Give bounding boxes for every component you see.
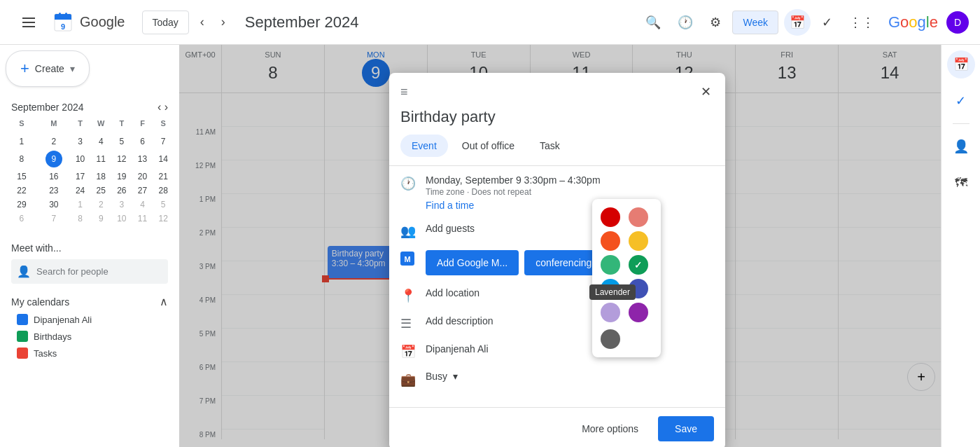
mini-cal-next[interactable]: › bbox=[164, 101, 168, 114]
mini-cal-day[interactable]: 30 bbox=[38, 198, 70, 212]
add-location-content[interactable]: Add location bbox=[426, 287, 714, 299]
calendar-item-dipanjenah[interactable]: Dipanjenah Ali bbox=[11, 311, 168, 328]
mini-cal-day[interactable]: 28 bbox=[153, 184, 174, 198]
mini-cal-day[interactable]: 3 bbox=[70, 135, 91, 149]
apps-button[interactable]: ⋮⋮ bbox=[844, 9, 880, 36]
right-sidebar-people-icon[interactable]: 👤 bbox=[947, 132, 975, 160]
mini-cal-day[interactable]: 21 bbox=[153, 170, 174, 184]
color-banana[interactable] bbox=[629, 231, 648, 251]
mini-cal-day[interactable]: 2 bbox=[90, 198, 111, 212]
mini-cal-day[interactable]: 8 bbox=[70, 212, 91, 226]
add-google-meet-button[interactable]: Add Google M... bbox=[426, 250, 519, 275]
create-button[interactable]: + Create ▾ bbox=[6, 50, 90, 87]
view-selector[interactable]: Week bbox=[732, 11, 778, 34]
mini-cal-day[interactable]: 25 bbox=[90, 184, 111, 198]
my-calendars-toggle[interactable]: ∧ bbox=[160, 295, 168, 308]
mini-cal-day[interactable]: 22 bbox=[6, 184, 38, 198]
color-graphite[interactable] bbox=[601, 329, 620, 349]
mini-cal-day[interactable]: 15 bbox=[6, 170, 38, 184]
tab-out-of-office[interactable]: Out of office bbox=[451, 135, 526, 157]
mini-cal-day[interactable]: 2 bbox=[38, 135, 70, 149]
mini-cal-day[interactable]: 10 bbox=[70, 149, 91, 170]
right-sidebar-task-icon[interactable]: ✓ bbox=[947, 87, 975, 115]
modal-date-text: Monday, September 9 3:30pm – 4:30pm bbox=[426, 174, 714, 186]
clock-button[interactable]: 🕐 bbox=[672, 9, 699, 36]
color-basil-container: ✓ bbox=[629, 255, 652, 275]
mini-cal-day[interactable]: 16 bbox=[38, 170, 70, 184]
meet-buttons: Add Google M... conferencing bbox=[426, 250, 603, 275]
save-button[interactable]: Save bbox=[658, 416, 714, 441]
color-tomato[interactable] bbox=[601, 207, 620, 227]
mini-cal-day[interactable]: 3 bbox=[111, 198, 132, 212]
mini-cal-day[interactable]: 11 bbox=[132, 212, 153, 226]
mini-cal-day[interactable]: 19 bbox=[111, 170, 132, 184]
mini-cal-day[interactable]: 12 bbox=[111, 149, 132, 170]
more-options-button[interactable]: More options bbox=[570, 418, 650, 440]
color-sage[interactable] bbox=[601, 255, 620, 275]
mini-cal-day[interactable]: 7 bbox=[38, 212, 70, 226]
my-calendars-title[interactable]: My calendars bbox=[11, 296, 69, 308]
calendar-item-tasks[interactable]: Tasks bbox=[11, 345, 168, 362]
hamburger-button[interactable] bbox=[11, 6, 46, 39]
mini-cal-day[interactable]: 10 bbox=[111, 212, 132, 226]
search-people[interactable]: 👤 Search for people bbox=[11, 259, 168, 284]
color-tangerine[interactable] bbox=[601, 231, 620, 251]
mini-cal-day[interactable]: 18 bbox=[90, 170, 111, 184]
mini-cal-prev[interactable]: ‹ bbox=[158, 101, 161, 114]
calendar-checkbox-dipanjenah[interactable] bbox=[17, 314, 28, 325]
mini-cal-day[interactable]: 20 bbox=[132, 170, 153, 184]
prev-button[interactable]: ‹ bbox=[195, 9, 210, 35]
tab-task[interactable]: Task bbox=[528, 135, 571, 157]
mini-cal-day[interactable]: 9 bbox=[90, 212, 111, 226]
calendar-checkbox-tasks[interactable] bbox=[17, 348, 28, 359]
mini-cal-day[interactable]: 1 bbox=[6, 135, 38, 149]
mini-cal-day[interactable]: 5 bbox=[153, 198, 174, 212]
weekday-header-t2: T bbox=[111, 116, 132, 130]
mini-cal-day[interactable]: 12 bbox=[153, 212, 174, 226]
calendar-checkbox-birthdays[interactable] bbox=[17, 331, 28, 342]
mini-cal-day[interactable]: 1 bbox=[70, 198, 91, 212]
color-grape[interactable] bbox=[629, 303, 648, 322]
mini-cal-day[interactable]: 11 bbox=[90, 149, 111, 170]
right-sidebar-maps-icon[interactable]: 🗺 bbox=[947, 169, 975, 197]
mini-cal-day[interactable]: 4 bbox=[90, 135, 111, 149]
mini-cal-day[interactable]: 4 bbox=[132, 198, 153, 212]
mini-cal-day[interactable]: 8 bbox=[6, 149, 38, 170]
search-button[interactable]: 🔍 bbox=[640, 9, 666, 36]
cloud-button[interactable]: ⚙ bbox=[704, 9, 727, 36]
mini-cal-day[interactable]: 29 bbox=[6, 198, 38, 212]
color-lavender[interactable] bbox=[601, 303, 620, 322]
add-desc-content[interactable]: Add description bbox=[426, 315, 714, 327]
calendar-item-birthdays[interactable]: Birthdays bbox=[11, 328, 168, 345]
mini-cal-day[interactable]: 6 bbox=[132, 135, 153, 149]
mini-cal-day[interactable]: 26 bbox=[111, 184, 132, 198]
grid-view-button[interactable]: 📅 bbox=[784, 9, 811, 36]
right-sidebar-calendar-icon[interactable]: 📅 bbox=[947, 50, 975, 78]
mini-cal-day[interactable]: 23 bbox=[38, 184, 70, 198]
mini-cal-today-circle: 9 bbox=[46, 151, 62, 167]
mini-cal-day[interactable]: 6 bbox=[6, 212, 38, 226]
next-button[interactable]: › bbox=[216, 9, 231, 35]
busy-dropdown[interactable]: ▾ bbox=[453, 371, 458, 382]
color-flamingo[interactable] bbox=[629, 207, 648, 227]
modal-close-button[interactable]: ✕ bbox=[698, 81, 714, 102]
mini-cal-day[interactable]: 13 bbox=[132, 149, 153, 170]
find-time-link[interactable]: Find a time bbox=[426, 200, 714, 211]
mini-cal-day[interactable]: 17 bbox=[70, 170, 91, 184]
mini-cal-today[interactable]: 9 bbox=[38, 149, 70, 170]
mini-cal-day[interactable]: 24 bbox=[70, 184, 91, 198]
add-guests-content[interactable]: Add guests bbox=[426, 222, 714, 235]
task-view-button[interactable]: ✓ bbox=[816, 9, 838, 36]
mini-cal-day[interactable]: 27 bbox=[132, 184, 153, 198]
user-avatar[interactable]: D bbox=[946, 11, 969, 34]
color-basil[interactable]: ✓ bbox=[629, 255, 648, 275]
today-button[interactable]: Today bbox=[142, 11, 189, 34]
mini-cal-day[interactable]: 7 bbox=[153, 135, 174, 149]
tab-event[interactable]: Event bbox=[400, 135, 448, 157]
app-name-label: Google bbox=[80, 14, 125, 30]
mini-cal-title: September 2024 bbox=[11, 102, 84, 113]
modal-drag-handle[interactable]: ≡ bbox=[400, 85, 408, 99]
mini-cal-day[interactable]: 14 bbox=[153, 149, 174, 170]
mini-cal-day[interactable]: 5 bbox=[111, 135, 132, 149]
conferencing-button[interactable]: conferencing bbox=[524, 250, 603, 275]
